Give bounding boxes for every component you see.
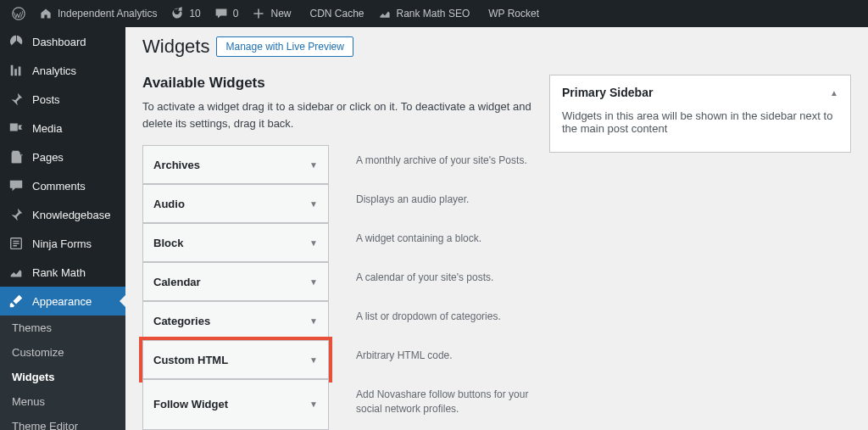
widget-title: Calendar: [153, 276, 201, 288]
sidebar-item-pages[interactable]: Pages: [0, 142, 125, 171]
plus-icon: [252, 7, 265, 20]
caret-down-icon: ▼: [309, 160, 318, 170]
widget-title: Categories: [153, 315, 210, 327]
widget-title: Archives: [153, 159, 200, 171]
wp-logo[interactable]: [5, 0, 32, 27]
comments-link[interactable]: 0: [208, 0, 246, 27]
rank-icon: [378, 7, 392, 20]
submenu-item-menus[interactable]: Menus: [0, 389, 125, 414]
caret-down-icon: ▼: [309, 238, 318, 248]
sidebar-item-knowledgebase[interactable]: Knowledgebase: [0, 200, 125, 229]
sidebar-item-posts[interactable]: Posts: [0, 85, 125, 114]
admin-toolbar: Independent Analytics 10 0 New CDN Cache…: [0, 0, 868, 27]
widget-description: Add Novashare follow buttons for your so…: [346, 379, 532, 430]
widget-block[interactable]: Block▼: [142, 223, 329, 262]
new-content-link[interactable]: New: [245, 0, 298, 27]
submenu-item-customize[interactable]: Customize: [0, 340, 125, 365]
page-title: Widgets: [142, 36, 209, 58]
sidebar-item-media[interactable]: Media: [0, 114, 125, 142]
sidebar-item-comments[interactable]: Comments: [0, 171, 125, 200]
home-icon: [39, 7, 53, 20]
widget-description: A widget containing a block.: [346, 223, 532, 262]
sidebar-item-appearance[interactable]: Appearance: [0, 287, 125, 316]
site-link[interactable]: Independent Analytics: [32, 0, 164, 27]
comment-icon: [214, 7, 228, 20]
caret-down-icon: ▼: [309, 399, 318, 409]
chart-icon: [8, 63, 24, 78]
widget-description: A monthly archive of your site's Posts.: [346, 145, 532, 184]
pages-icon: [8, 149, 24, 165]
toolbar-item-wprocket[interactable]: WP Rocket: [476, 0, 546, 27]
widget-area-header[interactable]: Primary Sidebar ▲: [550, 75, 850, 109]
toolbar-item-cdn[interactable]: CDN Cache: [298, 0, 370, 27]
widget-area-title: Primary Sidebar: [562, 86, 653, 99]
admin-sidebar: DashboardAnalyticsPostsMediaPagesComment…: [0, 27, 125, 430]
refresh-icon: [170, 7, 184, 20]
toolbar-item-rankmath[interactable]: Rank Math SEO: [371, 0, 477, 27]
available-widgets-description: To activate a widget drag it to a sideba…: [142, 98, 532, 131]
widget-title: Follow Widget: [153, 398, 228, 410]
sidebar-item-ninja-forms[interactable]: Ninja Forms: [0, 229, 125, 258]
comment-icon: [8, 178, 24, 193]
comments-count: 0: [233, 8, 239, 20]
widget-categories[interactable]: Categories▼: [142, 301, 329, 340]
widget-area-primary-sidebar: Primary Sidebar ▲ Widgets in this area w…: [549, 75, 851, 153]
widget-description: Arbitrary HTML code.: [346, 340, 532, 379]
widget-title: Audio: [153, 198, 185, 210]
submenu-item-widgets[interactable]: Widgets: [0, 365, 125, 389]
media-icon: [8, 120, 24, 136]
appearance-submenu: ThemesCustomizeWidgetsMenusTheme EditorS…: [0, 316, 125, 430]
sidebar-item-dashboard[interactable]: Dashboard: [0, 27, 125, 56]
form-icon: [8, 236, 24, 251]
widget-custom-html[interactable]: Custom HTML▼: [142, 340, 329, 379]
updates-link[interactable]: 10: [164, 0, 207, 27]
widget-description: A list or dropdown of categories.: [346, 301, 532, 340]
widget-grid: Archives▼A monthly archive of your site'…: [142, 145, 532, 430]
content-area: Widgets Manage with Live Preview Availab…: [125, 27, 868, 430]
rank-icon: [8, 265, 24, 280]
brush-icon: [8, 293, 24, 309]
caret-down-icon: ▼: [309, 316, 318, 326]
wordpress-icon: [12, 7, 25, 20]
pin-icon: [8, 92, 24, 107]
widget-description: Displays an audio player.: [346, 184, 532, 223]
widget-calendar[interactable]: Calendar▼: [142, 262, 329, 301]
widget-title: Custom HTML: [153, 354, 228, 366]
caret-down-icon: ▼: [309, 199, 318, 209]
updates-count: 10: [189, 8, 200, 20]
manage-live-preview-button[interactable]: Manage with Live Preview: [216, 36, 353, 57]
sidebar-item-rank-math[interactable]: Rank Math: [0, 258, 125, 287]
widget-archives[interactable]: Archives▼: [142, 145, 329, 184]
site-name: Independent Analytics: [58, 8, 157, 20]
widget-description: A calendar of your site's posts.: [346, 262, 532, 301]
widget-area-description: Widgets in this area will be shown in th…: [550, 109, 850, 152]
widget-follow-widget[interactable]: Follow Widget▼: [142, 379, 329, 430]
submenu-item-themes[interactable]: Themes: [0, 316, 125, 340]
submenu-item-theme-editor[interactable]: Theme Editor: [0, 414, 125, 430]
widget-audio[interactable]: Audio▼: [142, 184, 329, 223]
caret-down-icon: ▼: [309, 277, 318, 287]
new-label: New: [270, 8, 291, 20]
sidebar-item-analytics[interactable]: Analytics: [0, 56, 125, 85]
caret-up-icon: ▲: [830, 88, 838, 98]
pin-icon: [8, 207, 24, 222]
available-widgets-heading: Available Widgets: [142, 75, 532, 92]
widget-title: Block: [153, 237, 183, 249]
caret-down-icon: ▼: [309, 355, 318, 365]
dashboard-icon: [8, 34, 24, 49]
